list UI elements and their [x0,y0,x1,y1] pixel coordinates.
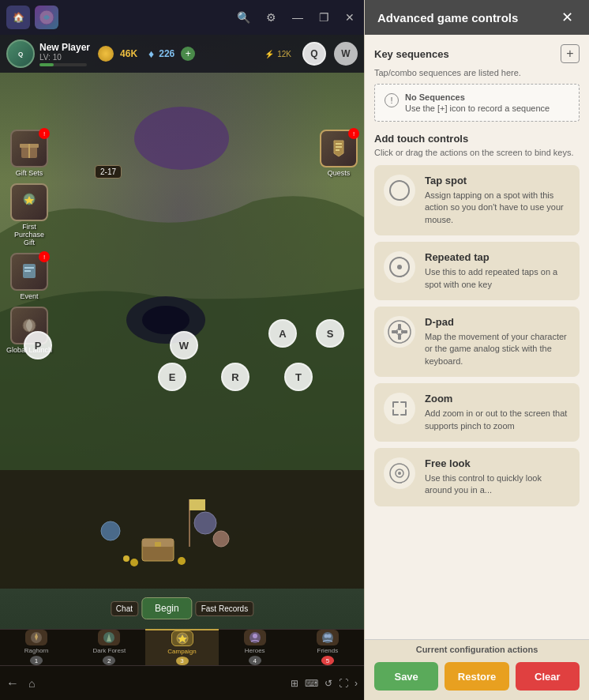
chat-btn[interactable]: Chat [111,601,138,616]
fullscreen-btn[interactable]: ⛶ [339,678,348,689]
tab-campaign[interactable]: Campaign 3 [145,629,218,665]
friends-num: 5 [321,656,334,665]
gold-count: 46K [120,48,137,59]
add-sequence-btn[interactable]: + [561,44,580,63]
home-sys-btn[interactable]: ⌂ [28,677,35,690]
add-touch-title: Add touch controls [374,133,580,145]
darkforest-icon [98,630,120,645]
tab-heroes[interactable]: Heroes 4 [219,629,291,665]
add-touch-desc: Click or drag the actions on the screen … [374,148,580,157]
svg-rect-40 [392,330,398,333]
svg-rect-11 [24,270,31,272]
search-btn[interactable]: 🔍 [234,9,253,25]
hotkey-a[interactable]: A [268,319,297,348]
free-look-content: Free look Use this control to quickly lo… [425,457,570,497]
top-bar: 🏠 🔍 ⚙ — ❐ ✕ [0,0,364,35]
game-characters [63,484,284,581]
dpad-card[interactable]: D-pad Map the movement of your character… [374,307,580,377]
key-sequences-desc: Tap/combo sequences are listed here. [374,68,580,77]
player-bar: Q New Player LV: 10 46K ♦ 226 + ⚡ 12K Q … [0,35,364,73]
repeated-tap-name: Repeated tap [425,251,570,263]
darkforest-num: 2 [103,656,115,665]
no-sequences-title: No Sequences [405,92,550,102]
hotkey-e[interactable]: E [158,363,186,391]
player-level: LV: 10 [39,53,90,62]
maximize-btn[interactable]: ❐ [316,9,332,25]
game-panel: 🏠 🔍 ⚙ — ❐ ✕ Q New Player LV: 10 46K [0,0,364,700]
first-purchase-label: First Purchase Gift [9,223,49,247]
free-look-desc: Use this control to quickly look around … [425,472,570,497]
zoom-content: Zoom Add zoom in or out to the screen th… [425,393,570,432]
player-avatar: Q [6,40,35,68]
next-btn[interactable]: › [355,678,358,689]
tab-darkforest[interactable]: Dark Forest 2 [73,629,145,665]
free-look-card[interactable]: Free look Use this control to quickly lo… [374,448,580,506]
side-gift-sets[interactable]: ! Gift Sets [6,130,52,177]
game-area[interactable]: ! Gift Sets First Purchase Gift [0,35,364,629]
svg-point-34 [390,181,409,200]
fast-records-btn[interactable]: Fast Records [196,601,253,616]
rotate-btn[interactable]: ↺ [325,678,332,689]
begin-btn[interactable]: Begin [141,597,193,619]
level-badge: 2-17 [95,165,122,179]
home-icon[interactable]: 🏠 [6,6,30,29]
svg-point-16 [130,559,138,566]
minimize-btn[interactable]: — [289,9,306,25]
svg-point-17 [123,555,129,562]
panel-footer: Current configuration actions Save Resto… [365,639,589,700]
restore-button[interactable]: Restore [445,662,508,691]
settings-btn[interactable]: ⚙ [263,9,279,25]
system-bar: ← ⌂ ⊞ ⌨ ↺ ⛶ › [0,665,364,700]
key-sequences-title: Key sequences [374,48,449,60]
darkforest-label: Dark Forest [92,647,126,654]
back-btn[interactable]: ← [6,676,19,691]
exp-fill [39,63,54,66]
svg-point-45 [398,472,401,475]
keyboard-btn[interactable]: ⌨ [305,678,318,689]
panel-close-btn[interactable]: ✕ [558,7,576,28]
game-icon[interactable] [35,6,58,29]
hotkey-t[interactable]: T [284,363,313,391]
tap-spot-card[interactable]: Tap spot Assign tapping on a spot with t… [374,165,580,235]
zoom-name: Zoom [425,393,570,405]
window-close-btn[interactable]: ✕ [342,9,358,25]
quests-item[interactable]: ! Quests [320,130,358,177]
add-resources-btn[interactable]: + [181,47,195,61]
hotkey-w-top[interactable]: W [334,42,358,66]
repeated-tap-card[interactable]: Repeated tap Use this to add repeated ta… [374,242,580,300]
save-button[interactable]: Save [374,662,438,691]
event-label: Event [21,292,39,300]
player-info: New Player LV: 10 [39,42,90,66]
tap-spot-desc: Assign tapping on a spot with this actio… [425,190,570,226]
svg-point-19 [101,521,120,540]
zoom-card[interactable]: Zoom Add zoom in or out to the screen th… [374,383,580,442]
heroes-num: 4 [249,656,261,665]
repeated-tap-icon [384,251,415,283]
advanced-panel: Advanced game controls ✕ Key sequences +… [364,0,589,700]
clear-button[interactable]: Clear [516,662,580,691]
hotkey-p[interactable]: P [24,331,52,359]
side-event[interactable]: ! Event [6,253,52,300]
hotkey-w[interactable]: W [170,331,198,359]
panel-header: Advanced game controls ✕ [365,0,589,35]
dpad-icon [384,316,415,348]
svg-point-30 [253,634,257,638]
tab-raghorn[interactable]: Raghorn 1 [0,629,73,665]
svg-point-33 [327,634,331,638]
campaign-label: Campaign [167,648,196,655]
hotkey-s[interactable]: S [316,319,344,348]
free-look-name: Free look [425,457,570,469]
resize-btn[interactable]: ⊞ [291,678,298,689]
campaign-num: 3 [176,657,189,665]
hotkey-r[interactable]: R [221,363,249,391]
raghorn-label: Raghorn [24,647,49,654]
side-first-purchase[interactable]: First Purchase Gift [6,183,52,247]
hotkey-q-top[interactable]: Q [302,42,326,66]
diamond-icon: ♦ [148,47,154,60]
dpad-desc: Map the movement of your character or th… [425,331,570,367]
campaign-icon [171,630,193,646]
zoom-icon [384,393,415,424]
quests-label: Quests [328,169,351,177]
tab-friends[interactable]: Friends 5 [291,629,364,665]
panel-title: Advanced game controls [377,11,518,24]
